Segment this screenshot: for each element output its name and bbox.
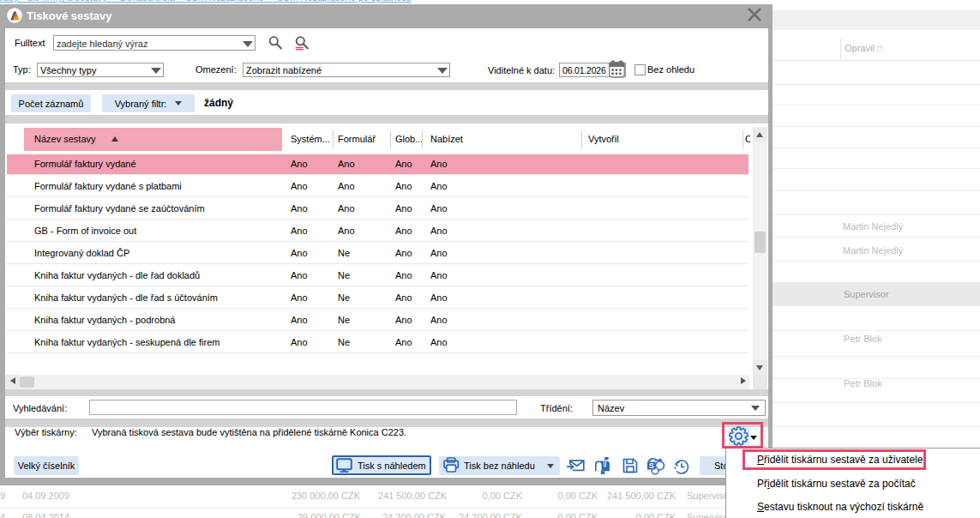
svg-text:S: S — [649, 461, 654, 470]
